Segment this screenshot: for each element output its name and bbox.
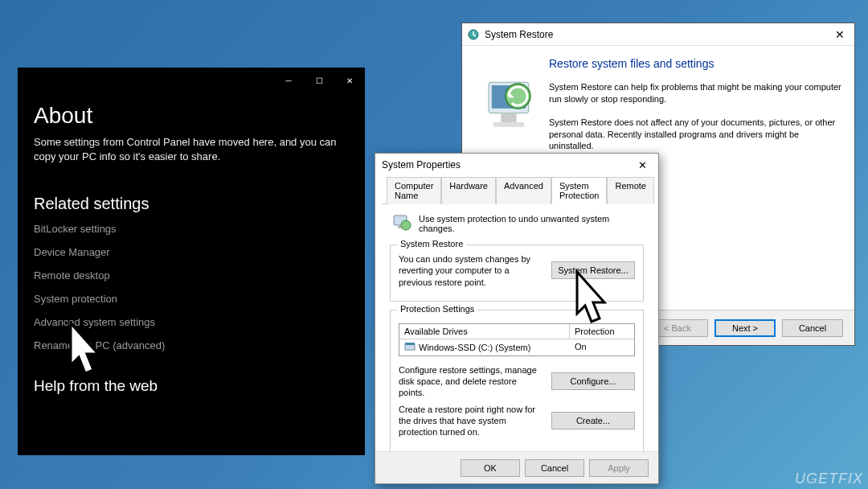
create-button[interactable]: Create... xyxy=(551,412,635,429)
create-text: Create a restore point right now for the… xyxy=(399,404,545,438)
sysprops-tabs: Computer Name Hardware Advanced System P… xyxy=(382,176,652,204)
protection-settings-group-title: Protection Settings xyxy=(397,304,477,314)
restore-close-button[interactable]: ✕ xyxy=(830,27,850,43)
watermark: UGETFIX xyxy=(795,471,863,487)
drives-table-header: Available Drives Protection xyxy=(399,324,634,339)
link-bitlocker-settings[interactable]: BitLocker settings xyxy=(34,223,349,235)
help-from-web-title: Help from the web xyxy=(34,377,349,395)
system-properties-window: System Properties ✕ Computer Name Hardwa… xyxy=(375,153,659,484)
system-restore-group-title: System Restore xyxy=(397,239,466,249)
configure-button[interactable]: Configure... xyxy=(551,372,635,390)
minimize-button[interactable]: ─ xyxy=(273,68,304,93)
about-titlebar: ─ ☐ ✕ xyxy=(18,68,365,93)
link-remote-desktop[interactable]: Remote desktop xyxy=(34,269,349,281)
restore-heading: Restore system files and settings xyxy=(549,57,841,70)
cancel-button[interactable]: Cancel xyxy=(525,459,584,477)
drive-protection-status: On xyxy=(570,339,634,355)
restore-paragraph-2: System Restore does not affect any of yo… xyxy=(549,117,841,153)
cancel-button[interactable]: Cancel xyxy=(782,319,843,337)
about-description: Some settings from Control Panel have mo… xyxy=(34,135,349,164)
related-settings-section: Related settings BitLocker settings Devi… xyxy=(34,195,349,351)
svg-rect-9 xyxy=(405,344,415,350)
drives-table: Available Drives Protection Windows-SSD … xyxy=(399,323,635,356)
system-restore-button[interactable]: System Restore... xyxy=(551,261,635,279)
tab-advanced[interactable]: Advanced xyxy=(496,177,551,204)
next-button[interactable]: Next > xyxy=(714,319,776,337)
restore-titlebar: System Restore ✕ xyxy=(462,23,854,46)
col-protection: Protection xyxy=(570,324,634,339)
svg-rect-3 xyxy=(501,113,516,123)
drive-name: Windows-SSD (C:) (System) xyxy=(419,343,530,352)
svg-rect-10 xyxy=(405,343,415,345)
link-device-manager[interactable]: Device Manager xyxy=(34,246,349,258)
sysprops-titlebar: System Properties ✕ xyxy=(375,154,658,176)
link-system-protection[interactable]: System protection xyxy=(34,293,349,305)
shield-icon xyxy=(390,212,412,235)
apply-button: Apply xyxy=(589,459,649,477)
tab-computer-name[interactable]: Computer Name xyxy=(387,177,441,204)
system-restore-icon xyxy=(467,28,480,41)
sysprops-close-button[interactable]: ✕ xyxy=(633,158,652,173)
tab-hardware[interactable]: Hardware xyxy=(441,177,496,204)
drive-icon xyxy=(404,342,416,353)
tab-remote[interactable]: Remote xyxy=(607,177,654,204)
about-title: About xyxy=(34,103,349,129)
link-rename-pc-advanced[interactable]: Rename this PC (advanced) xyxy=(34,339,349,351)
restore-body: Restore system files and settings System… xyxy=(462,46,854,168)
sysprops-footer: OK Cancel Apply xyxy=(375,451,658,483)
restore-hero-icon xyxy=(470,57,544,154)
sysprops-window-title: System Properties xyxy=(382,159,633,171)
svg-rect-4 xyxy=(493,122,524,127)
restore-window-title: System Restore xyxy=(485,29,830,40)
svg-point-8 xyxy=(401,220,411,230)
sysprops-intro-text: Use system protection to undo unwanted s… xyxy=(419,214,644,233)
configure-text: Configure restore settings, manage disk … xyxy=(399,364,545,399)
about-window: ─ ☐ ✕ About Some settings from Control P… xyxy=(18,68,365,455)
about-body: About Some settings from Control Panel h… xyxy=(18,93,365,401)
system-restore-group: System Restore You can undo system chang… xyxy=(390,244,644,302)
table-row[interactable]: Windows-SSD (C:) (System) On xyxy=(399,339,634,355)
sysprops-intro: Use system protection to undo unwanted s… xyxy=(390,212,644,235)
system-restore-text: You can undo system changes by reverting… xyxy=(399,253,545,288)
restore-text: Restore system files and settings System… xyxy=(549,57,841,163)
maximize-button[interactable]: ☐ xyxy=(304,68,334,93)
link-advanced-system-settings[interactable]: Advanced system settings xyxy=(34,316,349,328)
col-available-drives: Available Drives xyxy=(399,324,570,339)
related-settings-title: Related settings xyxy=(34,195,349,213)
ok-button[interactable]: OK xyxy=(461,459,520,477)
protection-settings-group: Protection Settings Available Drives Pro… xyxy=(390,310,644,452)
restore-paragraph-1: System Restore can help fix problems tha… xyxy=(549,81,841,105)
close-button[interactable]: ✕ xyxy=(334,68,365,93)
sysprops-content: Use system protection to undo unwanted s… xyxy=(375,204,658,468)
tab-system-protection[interactable]: System Protection xyxy=(551,177,608,204)
